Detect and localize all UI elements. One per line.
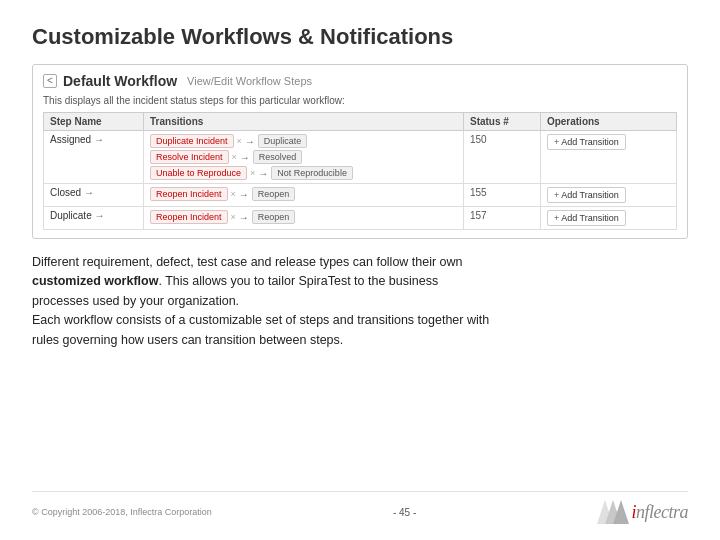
step-name: Assigned xyxy=(50,134,91,145)
table-row: Duplicate → Reopen Incident × → Reopen 1… xyxy=(44,207,677,230)
step-arrow-icon: → xyxy=(94,134,104,145)
body-line4: Each workflow consists of a customizable… xyxy=(32,313,489,327)
body-line3: processes used by your organization. xyxy=(32,294,239,308)
operations-cell: Add Transition xyxy=(540,131,676,184)
transition-target: Duplicate xyxy=(258,134,308,148)
step-name-cell: Duplicate → xyxy=(44,207,144,230)
footer-page-number: - 45 - xyxy=(393,507,416,518)
workflow-description: This displays all the incident status st… xyxy=(43,95,677,106)
col-status-num: Status # xyxy=(463,113,540,131)
add-transition-button[interactable]: Add Transition xyxy=(547,134,626,150)
transition-row: Duplicate Incident × → Duplicate xyxy=(150,134,457,148)
status-number: 150 xyxy=(470,134,487,145)
transitions-cell: Duplicate Incident × → Duplicate Resolve… xyxy=(144,131,464,184)
transition-row: Resolve Incident × → Resolved xyxy=(150,150,457,164)
operations-cell: Add Transition xyxy=(540,207,676,230)
slide: Customizable Workflows & Notifications <… xyxy=(0,0,720,540)
inflectra-logo-mark xyxy=(597,500,629,524)
transition-remove-button[interactable]: × xyxy=(232,152,237,162)
table-row: Assigned → Duplicate Incident × → Duplic… xyxy=(44,131,677,184)
transition-row: Reopen Incident × → Reopen xyxy=(150,187,457,201)
operations-cell: Add Transition xyxy=(540,184,676,207)
step-name: Closed xyxy=(50,187,81,198)
transition-remove-button[interactable]: × xyxy=(237,136,242,146)
transition-arrow-icon: → xyxy=(239,212,249,223)
col-step-name: Step Name xyxy=(44,113,144,131)
transition-name: Resolve Incident xyxy=(150,150,229,164)
transition-remove-button[interactable]: × xyxy=(231,212,236,222)
transition-arrow-icon: → xyxy=(258,168,268,179)
status-num-cell: 157 xyxy=(463,207,540,230)
step-name-cell: Closed → xyxy=(44,184,144,207)
status-number: 157 xyxy=(470,210,487,221)
step-arrow-icon: → xyxy=(84,187,94,198)
transition-arrow-icon: → xyxy=(240,152,250,163)
transition-name: Reopen Incident xyxy=(150,210,228,224)
body-line2-rest: . This allows you to tailor SpiraTest to… xyxy=(158,274,438,288)
footer-copyright: © Copyright 2006-2018, Inflectra Corpora… xyxy=(32,507,212,517)
workflow-header: < Default Workflow View/Edit Workflow St… xyxy=(43,73,677,89)
body-line5: rules governing how users can transition… xyxy=(32,333,343,347)
body-text: Different requirement, defect, test case… xyxy=(32,253,688,479)
transition-target: Reopen xyxy=(252,187,296,201)
transition-remove-button[interactable]: × xyxy=(250,168,255,178)
status-num-cell: 155 xyxy=(463,184,540,207)
table-row: Closed → Reopen Incident × → Reopen 155A… xyxy=(44,184,677,207)
transition-name: Duplicate Incident xyxy=(150,134,234,148)
step-name: Duplicate xyxy=(50,210,92,221)
slide-title: Customizable Workflows & Notifications xyxy=(32,24,688,50)
add-transition-button[interactable]: Add Transition xyxy=(547,210,626,226)
step-name-cell: Assigned → xyxy=(44,131,144,184)
transition-target: Resolved xyxy=(253,150,303,164)
transition-remove-button[interactable]: × xyxy=(231,189,236,199)
col-operations: Operations xyxy=(540,113,676,131)
transition-arrow-icon: → xyxy=(245,136,255,147)
transition-name: Unable to Reproduce xyxy=(150,166,247,180)
add-transition-button[interactable]: Add Transition xyxy=(547,187,626,203)
transition-target: Not Reproducible xyxy=(271,166,353,180)
transitions-cell: Reopen Incident × → Reopen xyxy=(144,207,464,230)
workflow-panel: < Default Workflow View/Edit Workflow St… xyxy=(32,64,688,239)
workflow-table: Step Name Transitions Status # Operation… xyxy=(43,112,677,230)
step-arrow-icon: → xyxy=(94,210,104,221)
transition-row: Unable to Reproduce × → Not Reproducible xyxy=(150,166,457,180)
workflow-title: Default Workflow xyxy=(63,73,177,89)
workflow-collapse-button[interactable]: < xyxy=(43,74,57,88)
col-transitions: Transitions xyxy=(144,113,464,131)
body-line1: Different requirement, defect, test case… xyxy=(32,255,463,269)
transition-arrow-icon: → xyxy=(239,189,249,200)
body-bold: customized workflow xyxy=(32,274,158,288)
transition-target: Reopen xyxy=(252,210,296,224)
transition-name: Reopen Incident xyxy=(150,187,228,201)
inflectra-logo-text: inflectra xyxy=(631,502,688,523)
footer-logo: inflectra xyxy=(597,500,688,524)
transition-row: Reopen Incident × → Reopen xyxy=(150,210,457,224)
workflow-subtitle: View/Edit Workflow Steps xyxy=(187,75,312,87)
status-number: 155 xyxy=(470,187,487,198)
footer: © Copyright 2006-2018, Inflectra Corpora… xyxy=(32,491,688,524)
transitions-cell: Reopen Incident × → Reopen xyxy=(144,184,464,207)
status-num-cell: 150 xyxy=(463,131,540,184)
